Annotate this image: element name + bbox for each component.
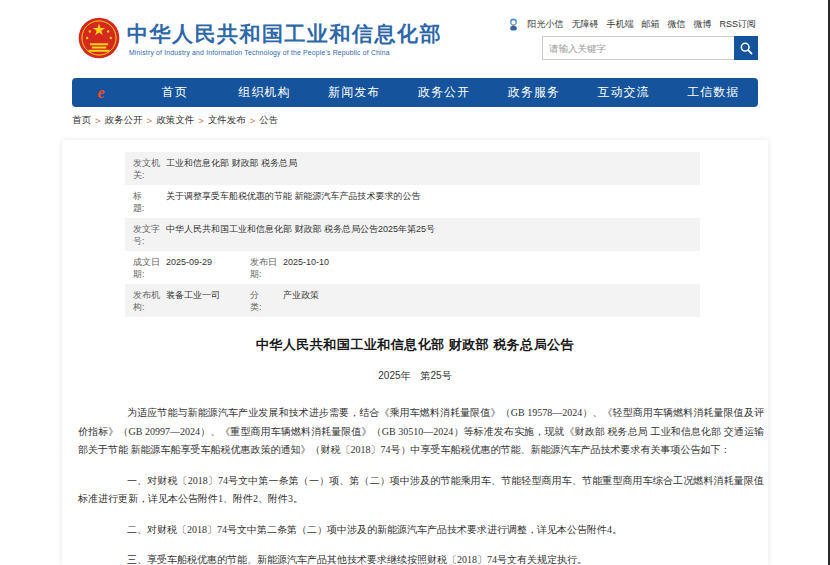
top-link-2[interactable]: 手机端 [606, 18, 633, 31]
ministry-title-cn: 中华人民共和国工业和信息化部 [127, 20, 442, 48]
meta-cell: 发文字 号:中华人民共和国工业和信息化部 财政部 税务总局公告2025年第25号 [133, 223, 700, 251]
breadcrumb-item-3[interactable]: 文件发布 [208, 114, 246, 127]
nav-item-0[interactable]: 首页 [130, 78, 220, 107]
meta-value: 2025-10-10 [283, 256, 329, 268]
meta-value: 2025-09-29 [166, 256, 212, 268]
meta-label: 发文机 关: [133, 157, 160, 181]
miit-logo-icon: e [72, 78, 130, 107]
meta-label: 发布日 期: [250, 256, 277, 280]
breadcrumb-item-4: 公告 [259, 114, 278, 127]
meta-label: 发文字 号: [133, 223, 160, 247]
nav-item-1[interactable]: 组织机构 [220, 78, 310, 107]
article-paragraph-2: 二、对财税〔2018〕74号文中第二条第（二）项中涉及的新能源汽车产品技术要求进… [78, 521, 764, 540]
meta-label: 发布机 构: [133, 289, 160, 313]
breadcrumb: 首页>政务公开>政策文件>文件发布>公告 [72, 114, 278, 127]
top-link-5[interactable]: 微博 [693, 18, 711, 31]
meta-label: 标 题: [133, 190, 160, 214]
meta-cell: 成文日 期:2025-09-29 [133, 256, 250, 284]
breadcrumb-separator: > [250, 115, 256, 126]
meta-value: 产业政策 [283, 289, 319, 301]
meta-table: 发文机 关:工业和信息化部 财政部 税务总局标 题:关于调整享受车船税优惠的节能… [125, 152, 700, 317]
content-card: 发文机 关:工业和信息化部 财政部 税务总局标 题:关于调整享受车船税优惠的节能… [62, 140, 768, 565]
article-paragraph-3: 三、享受车船税优惠的节能、新能源汽车产品其他技术要求继续按照财税〔2018〕74… [78, 551, 764, 565]
breadcrumb-separator: > [95, 115, 101, 126]
meta-label: 成文日 期: [133, 256, 160, 280]
top-link-3[interactable]: 邮箱 [641, 18, 659, 31]
meta-row: 发文机 关:工业和信息化部 财政部 税务总局 [125, 152, 700, 185]
search-icon [739, 41, 754, 56]
top-link-4[interactable]: 微信 [667, 18, 685, 31]
article-paragraph-1: 一、对财税〔2018〕74号文中第一条第（一）项、第（二）项中涉及的节能乘用车、… [78, 472, 764, 509]
meta-label: 分 类: [250, 289, 277, 313]
meta-cell: 分 类:产业政策 [250, 289, 700, 317]
nav-item-4[interactable]: 政务服务 [489, 78, 579, 107]
meta-row: 成文日 期:2025-09-29发布日 期:2025-10-10 [125, 251, 700, 284]
meta-cell: 发布日 期:2025-10-10 [250, 256, 700, 284]
miit-webpage: 中华人民共和国工业和信息化部 Ministry of Industry and … [0, 0, 830, 565]
meta-cell: 发文机 关:工业和信息化部 财政部 税务总局 [133, 157, 700, 185]
search-button[interactable] [734, 36, 758, 60]
breadcrumb-separator: > [198, 115, 204, 126]
top-link-1[interactable]: 无障碍 [571, 18, 598, 31]
top-link-6[interactable]: RSS订阅 [719, 18, 756, 31]
breadcrumb-item-0[interactable]: 首页 [72, 114, 91, 127]
meta-row: 发布机 构:装备工业一司分 类:产业政策 [125, 284, 700, 317]
article-paragraph-0: 为适应节能与新能源汽车产业发展和技术进步需要，结合《乘用车燃料消耗量限值》（GB… [78, 404, 764, 460]
document-issue-number: 2025年 第25号 [62, 369, 768, 383]
breadcrumb-separator: > [147, 115, 153, 126]
meta-value: 中华人民共和国工业和信息化部 财政部 税务总局公告2025年第25号 [166, 223, 435, 235]
nav-item-2[interactable]: 新闻发布 [309, 78, 399, 107]
ministry-title-en: Ministry of Industry and Information Tec… [129, 49, 390, 56]
search-bar [542, 36, 758, 60]
meta-row: 发文字 号:中华人民共和国工业和信息化部 财政部 税务总局公告2025年第25号 [125, 218, 700, 251]
top-link-0[interactable]: 阳光小信 [527, 18, 563, 31]
mascot-icon [508, 18, 519, 31]
national-emblem-icon [78, 17, 120, 59]
nav-item-5[interactable]: 互动交流 [579, 78, 669, 107]
top-links: 阳光小信无障碍手机端邮箱微信微博RSS订阅 [508, 18, 756, 31]
nav-item-6[interactable]: 工信数据 [668, 78, 758, 107]
breadcrumb-item-1[interactable]: 政务公开 [105, 114, 143, 127]
search-input[interactable] [542, 36, 734, 60]
article-body: 为适应节能与新能源汽车产业发展和技术进步需要，结合《乘用车燃料消耗量限值》（GB… [78, 404, 764, 565]
meta-cell: 发布机 构:装备工业一司 [133, 289, 250, 317]
meta-row: 标 题:关于调整享受车船税优惠的节能 新能源汽车产品技术要求的公告 [125, 185, 700, 218]
meta-value: 工业和信息化部 财政部 税务总局 [166, 157, 297, 169]
breadcrumb-item-2[interactable]: 政策文件 [156, 114, 194, 127]
meta-cell: 标 题:关于调整享受车船税优惠的节能 新能源汽车产品技术要求的公告 [133, 190, 700, 218]
nav-item-3[interactable]: 政务公开 [399, 78, 489, 107]
document-title: 中华人民共和国工业和信息化部 财政部 税务总局公告 [62, 336, 768, 354]
main-nav: e 首页组织机构新闻发布政务公开政务服务互动交流工信数据 [72, 78, 758, 107]
meta-value: 装备工业一司 [166, 289, 220, 301]
meta-value: 关于调整享受车船税优惠的节能 新能源汽车产品技术要求的公告 [166, 190, 421, 202]
